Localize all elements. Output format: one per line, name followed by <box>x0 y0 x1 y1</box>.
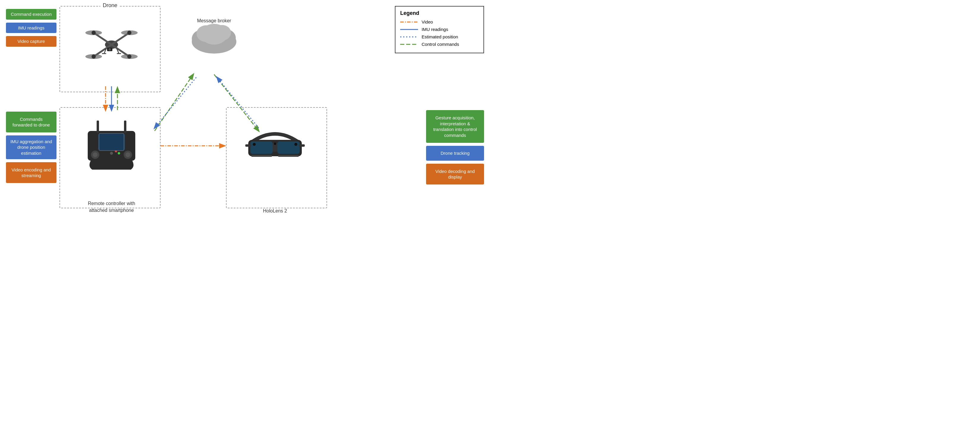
svg-rect-23 <box>124 121 126 133</box>
main-container: Drone Command execution IMU readings Vid… <box>0 0 490 222</box>
svg-point-12 <box>127 54 131 59</box>
svg-point-38 <box>274 142 276 145</box>
drone-image-container <box>62 10 161 79</box>
legend-box: Legend Video IMU readings Estimated posi… <box>395 6 484 53</box>
hololens-image <box>244 118 306 171</box>
hololens-label: HoloLens 2 <box>226 208 324 214</box>
svg-point-10 <box>127 30 131 35</box>
hololens-image-container <box>226 112 324 177</box>
estimated-position-to-controller <box>154 77 196 128</box>
drone-section-label: Drone <box>100 2 119 9</box>
legend-control-commands: Control commands <box>400 42 479 47</box>
legend-video-line <box>400 20 418 24</box>
svg-point-37 <box>294 143 298 146</box>
legend-estimated-line <box>400 35 418 39</box>
hololens-boxes: Gesture acquisition, interpretation & tr… <box>426 110 484 185</box>
message-broker-label: Message broker <box>187 18 241 24</box>
svg-rect-39 <box>245 144 251 147</box>
command-execution-box: Command execution <box>6 9 56 20</box>
video-encoding-box: Video encoding and streaming <box>6 162 56 183</box>
svg-point-47 <box>197 25 216 42</box>
video-capture-box: Video capture <box>6 36 56 47</box>
svg-rect-31 <box>99 133 124 150</box>
svg-point-48 <box>213 25 231 40</box>
commands-forwarded-box: Commands forwarded to drone <box>6 112 56 133</box>
svg-rect-42 <box>278 155 299 157</box>
video-decoding-box: Video decoding and display <box>426 164 484 185</box>
legend-estimated-position: Estimated position <box>400 34 479 39</box>
legend-imu-label: IMU readings <box>422 27 448 32</box>
drone-image <box>82 18 141 72</box>
legend-video-label: Video <box>422 19 433 24</box>
drone-boxes: Command execution IMU readings Video cap… <box>6 9 56 47</box>
legend-control-line <box>400 42 418 47</box>
svg-rect-40 <box>299 144 305 147</box>
svg-point-14 <box>108 48 111 51</box>
legend-title: Legend <box>400 10 479 16</box>
svg-point-36 <box>253 143 256 146</box>
svg-point-30 <box>118 152 120 155</box>
svg-rect-22 <box>97 121 99 133</box>
svg-point-25 <box>93 152 97 157</box>
legend-imu-line <box>400 27 418 32</box>
svg-point-27 <box>126 152 130 157</box>
svg-point-11 <box>92 54 96 59</box>
imu-readings-box: IMU readings <box>6 22 56 34</box>
svg-point-28 <box>110 152 113 155</box>
controller-label: Remote controller withattached smartphon… <box>64 200 159 214</box>
gesture-acquisition-box: Gesture acquisition, interpretation & tr… <box>426 110 484 143</box>
svg-rect-41 <box>251 155 272 157</box>
svg-point-9 <box>92 30 96 35</box>
imu-aggregation-box: IMU aggregation and drone position estim… <box>6 136 56 159</box>
legend-control-label: Control commands <box>422 42 459 47</box>
drone-tracking-box: Drone tracking <box>426 146 484 161</box>
controller-image-container <box>64 112 159 177</box>
legend-video: Video <box>400 19 479 24</box>
legend-imu: IMU readings <box>400 27 479 32</box>
legend-estimated-label: Estimated position <box>422 34 458 39</box>
controller-boxes: Commands forwarded to drone IMU aggregat… <box>6 112 56 183</box>
controller-image <box>82 116 141 172</box>
